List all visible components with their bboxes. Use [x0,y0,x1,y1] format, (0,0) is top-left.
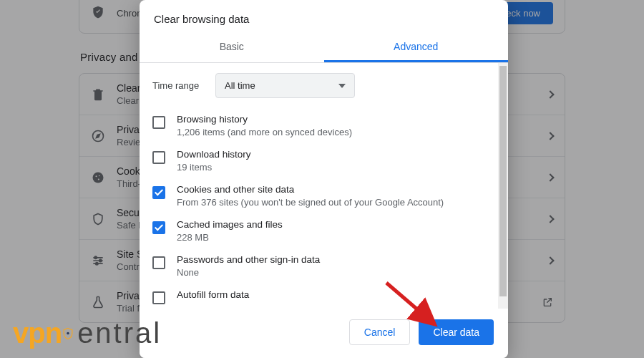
checkbox[interactable] [152,221,165,234]
chevron-down-icon [338,84,346,88]
time-range-value: All time [225,80,255,91]
option-sub: 19 items [177,162,495,173]
checkbox[interactable] [152,186,165,199]
dialog-footer: Cancel Clear data [140,309,508,358]
option-sub: From 376 sites (you won't be signed out … [177,197,495,208]
tab-advanced[interactable]: Advanced [324,32,509,62]
dialog-tabs: Basic Advanced [140,32,508,62]
option-sub: None [177,267,495,278]
option-autofill[interactable]: Autofill form data [152,284,495,309]
option-cookies[interactable]: Cookies and other site dataFrom 376 site… [152,178,495,213]
watermark-part1: vpn [13,317,62,349]
svg-point-9 [67,332,69,334]
cancel-button[interactable]: Cancel [349,319,411,345]
option-sub: 228 MB [177,232,495,243]
clear-browsing-data-dialog: Clear browsing data Basic Advanced Time … [140,0,508,358]
option-download-history[interactable]: Download history19 items [152,143,495,178]
option-title: Cookies and other site data [177,184,495,195]
time-range-select[interactable]: All time [215,73,355,98]
option-title: Browsing history [177,114,495,125]
clear-data-button[interactable]: Clear data [419,319,494,345]
option-cache[interactable]: Cached images and files228 MB [152,213,495,248]
time-range-label: Time range [152,80,204,91]
option-title: Passwords and other sign-in data [177,254,495,265]
shield-small-icon [63,327,73,340]
option-title: Cached images and files [177,219,495,230]
checkbox[interactable] [152,151,165,164]
option-browsing-history[interactable]: Browsing history1,206 items (and more on… [152,108,495,143]
checkbox[interactable] [152,256,165,269]
dialog-body: Time range All time Browsing history1,20… [140,63,498,309]
checkbox[interactable] [152,291,165,304]
option-passwords[interactable]: Passwords and other sign-in dataNone [152,248,495,284]
checkbox[interactable] [152,116,165,129]
dialog-title: Clear browsing data [140,0,508,32]
option-title: Download history [177,149,495,160]
watermark-logo: vpn entral [13,317,162,349]
option-sub: 1,206 items (and more on synced devices) [177,127,495,137]
option-title: Autofill form data [177,289,495,300]
watermark-part2: entral [77,317,162,349]
time-range-row: Time range All time [152,73,495,98]
scrollbar-thumb[interactable] [499,66,507,296]
scrollbar[interactable] [498,63,508,309]
tab-basic[interactable]: Basic [140,32,324,62]
